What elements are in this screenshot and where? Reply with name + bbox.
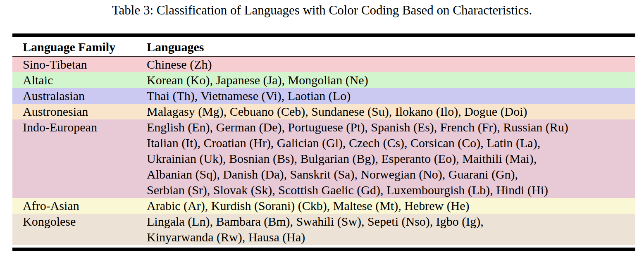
- languages-cell: Chinese (Zh): [147, 57, 635, 72]
- family-cell: Indo-European: [12, 119, 147, 198]
- languages-cell: Lingala (Ln), Bambara (Bm), Swahili (Sw)…: [147, 214, 635, 245]
- header-language-family: Language Family: [12, 39, 147, 55]
- languages-cell: English (En), German (De), Portuguese (P…: [147, 119, 635, 198]
- family-cell: Afro-Asian: [12, 198, 147, 214]
- family-cell: Australasian: [12, 88, 147, 104]
- header-row: Language Family Languages: [12, 37, 635, 56]
- language-classification-table: Language Family Languages Sino-Tibetan C…: [12, 33, 635, 251]
- table-row-sino-tibetan: Sino-Tibetan Chinese (Zh): [12, 57, 635, 72]
- table-row-afro-asian: Afro-Asian Arabic (Ar), Kurdish (Sorani)…: [12, 198, 635, 214]
- family-cell: Sino-Tibetan: [12, 57, 147, 72]
- paper-page: Table 3: Classification of Languages wit…: [0, 0, 644, 255]
- family-cell: Austronesian: [12, 104, 147, 119]
- table-caption: Table 3: Classification of Languages wit…: [0, 2, 644, 19]
- family-cell: Altaic: [12, 72, 147, 88]
- languages-cell: Thai (Th), Vietnamese (Vi), Laotian (Lo): [147, 88, 635, 104]
- bottom-rule: [12, 248, 635, 251]
- family-cell: Kongolese: [12, 214, 147, 245]
- table-row-altaic: Altaic Korean (Ko), Japanese (Ja), Mongo…: [12, 72, 635, 88]
- header-languages: Languages: [147, 39, 635, 55]
- languages-cell: Korean (Ko), Japanese (Ja), Mongolian (N…: [147, 72, 635, 88]
- languages-cell: Arabic (Ar), Kurdish (Sorani) (Ckb), Mal…: [147, 198, 635, 214]
- table-row-kongolese: Kongolese Lingala (Ln), Bambara (Bm), Sw…: [12, 214, 635, 245]
- top-rule: [12, 33, 635, 37]
- table-row-austronesian: Austronesian Malagasy (Mg), Cebuano (Ceb…: [12, 104, 635, 119]
- languages-cell: Malagasy (Mg), Cebuano (Ceb), Sundanese …: [147, 104, 635, 119]
- table-row-indo-european: Indo-European English (En), German (De),…: [12, 119, 635, 198]
- table-row-australasian: Australasian Thai (Th), Vietnamese (Vi),…: [12, 88, 635, 104]
